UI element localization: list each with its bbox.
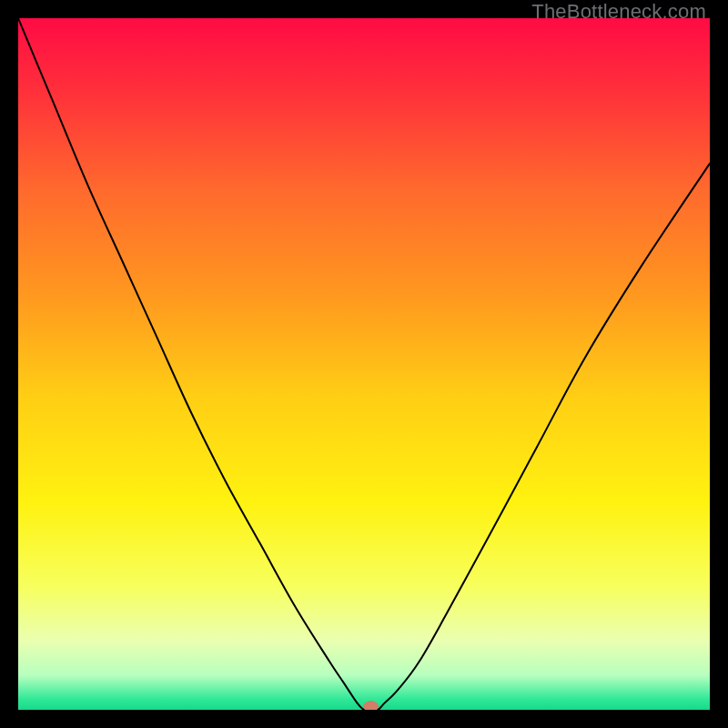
bottleneck-curve [18, 18, 710, 710]
chart-frame: { "watermark": "TheBottleneck.com", "cha… [0, 0, 728, 728]
watermark-text: TheBottleneck.com [531, 0, 706, 24]
plot-area [18, 18, 710, 710]
minimum-marker [363, 701, 379, 710]
curve-layer [18, 18, 710, 710]
